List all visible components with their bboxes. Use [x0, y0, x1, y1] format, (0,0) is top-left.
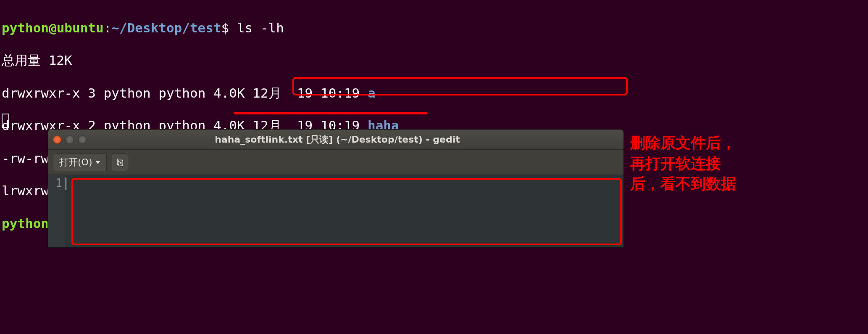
new-tab-icon: ⎘ — [117, 157, 123, 167]
annotation-box-empty-editor — [71, 178, 622, 245]
line-number: 1 — [48, 177, 62, 189]
prompt-user: python@ubuntu — [2, 20, 104, 35]
prompt-line-1: python@ubuntu:~/Desktop/test$ ls -lh — [2, 20, 866, 36]
annotation-text: 删除原文件后，再打开软连接后，看不到数据 — [630, 133, 739, 194]
line-number-gutter: 1 — [48, 175, 65, 247]
prompt-path: ~/Desktop/test — [111, 20, 221, 35]
open-button-label: 打开(O) — [59, 156, 92, 169]
open-button[interactable]: 打开(O) — [53, 154, 107, 171]
command-ls: ls -lh — [229, 20, 284, 35]
editor-cursor — [66, 178, 66, 190]
total-line: 总用量 12K — [2, 52, 866, 69]
gedit-titlebar[interactable]: haha_softlink.txt [只读] (~/Desktop/test) … — [48, 130, 623, 150]
new-tab-button[interactable]: ⎘ — [112, 154, 128, 171]
gedit-window-title: haha_softlink.txt [只读] (~/Desktop/test) … — [91, 133, 584, 146]
gedit-toolbar: 打开(O) ⎘ — [48, 150, 623, 175]
terminal-cursor — [2, 114, 9, 128]
annotation-box-softlink — [292, 77, 628, 95]
window-close-button[interactable] — [53, 135, 61, 144]
annotation-underline-command — [234, 112, 427, 114]
window-maximize-button[interactable] — [78, 135, 87, 144]
window-minimize-button[interactable] — [66, 135, 74, 144]
chevron-down-icon — [95, 161, 100, 164]
